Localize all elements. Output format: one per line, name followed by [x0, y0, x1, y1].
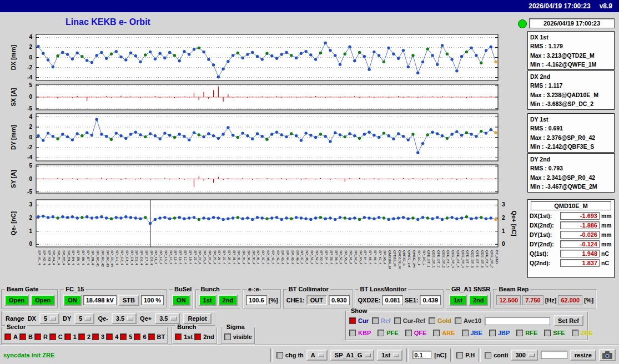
resize-button[interactable]: resize — [570, 350, 596, 361]
frame-label: Sector — [5, 324, 27, 330]
device-select[interactable]: SP_A1_G — [330, 350, 375, 361]
data-point — [144, 216, 147, 219]
checkbox-label: 5 — [129, 333, 132, 340]
sector-checkbox-1[interactable]: 1 — [64, 333, 77, 340]
show-sfe-checkbox[interactable]: SFE — [544, 330, 565, 336]
x-axis-label: SP_37_4 — [261, 250, 265, 265]
set-ref-button[interactable]: Set Ref — [553, 315, 583, 326]
x-axis-label: SP_B6_4 — [82, 250, 85, 265]
x-axis-label: SP_61_4 — [349, 250, 353, 265]
range-qe-minus-select[interactable]: 3.5 — [112, 313, 137, 324]
sector-checkbox-bt[interactable]: BT — [148, 333, 165, 340]
bunch-2nd-button[interactable]: 2nd — [218, 295, 238, 306]
show-cur-ref-checkbox[interactable]: Cur-Ref — [394, 317, 425, 324]
checkbox-label: 4 — [115, 333, 118, 340]
x-axis-label: SP_32_4 — [237, 250, 241, 265]
sector-checkbox-r[interactable]: R — [34, 333, 48, 340]
data-point — [90, 134, 93, 136]
show-rfe-checkbox[interactable]: RFE — [516, 330, 537, 336]
sector-checkbox-a[interactable]: A — [4, 333, 18, 340]
page-title: Linac KEKB e- Orbit — [66, 17, 150, 27]
range-qe-plus-select[interactable]: 3.5 — [155, 313, 180, 324]
data-point — [329, 49, 331, 52]
data-point — [353, 59, 356, 62]
x-axis-label: SP_C6_4 — [140, 250, 144, 265]
conti-checkbox[interactable]: conti — [485, 352, 508, 358]
show-jbe-checkbox[interactable]: JBE — [462, 330, 482, 336]
ref-name-input[interactable] — [485, 317, 550, 325]
show-ref-checkbox[interactable]: Ref — [372, 317, 391, 324]
data-point — [119, 55, 122, 58]
ph-checkbox[interactable]: P.H — [456, 352, 475, 358]
count-select[interactable]: 300 — [511, 350, 537, 361]
range-dx-select[interactable]: 5 — [39, 313, 59, 324]
sector-checkbox-2[interactable]: 2 — [78, 333, 90, 340]
data-point — [207, 58, 210, 60]
frame-label: Bunch — [175, 324, 198, 330]
show-gold-checkbox[interactable]: Gold — [429, 317, 451, 324]
y-tick-label: 3 — [29, 201, 32, 208]
busel-on-button[interactable]: ON — [172, 295, 190, 306]
sector-checkbox-b[interactable]: B — [19, 333, 33, 340]
range-dy-select[interactable]: 5 — [74, 313, 94, 324]
show-are-checkbox[interactable]: ARE — [433, 330, 455, 336]
data-point — [236, 136, 239, 139]
show-jbp-checkbox[interactable]: JBP — [489, 330, 510, 336]
x-axis-label: SP_11_4 — [154, 250, 158, 265]
show-cur-checkbox[interactable]: Cur — [349, 317, 369, 324]
data-point — [246, 53, 249, 55]
sector-checkbox-4[interactable]: 4 — [106, 333, 118, 340]
threshold-input[interactable] — [412, 351, 431, 359]
data-point — [71, 58, 74, 60]
y-axis-label: SY [A] — [10, 170, 17, 188]
gr-2nd-button[interactable]: 2nd — [469, 295, 489, 306]
range-qe-minus-label: Qe- — [98, 315, 108, 322]
beam-gate-open-button-1[interactable]: Open — [4, 295, 29, 306]
show-qfe-checkbox[interactable]: QFE — [405, 330, 427, 336]
sector-checkbox-3[interactable]: 3 — [92, 333, 104, 340]
x-axis-label: SP_23_4 — [203, 250, 207, 265]
data-point — [119, 134, 122, 137]
data-point — [344, 135, 346, 138]
x-axis-label: SP_55_4 — [330, 250, 334, 265]
x-axis-label: SP_27_4 — [223, 250, 227, 265]
bunch-order-select[interactable]: 1st — [377, 350, 402, 361]
separator — [406, 348, 409, 362]
fc15-on-button[interactable]: ON — [63, 295, 82, 306]
beam-gate-open-button-2[interactable]: Open — [31, 295, 55, 306]
data-point — [149, 50, 152, 53]
screenshot-button[interactable] — [599, 349, 616, 361]
replot-button[interactable]: Replot — [183, 313, 211, 324]
chg-th-checkbox[interactable]: chg th — [276, 352, 304, 358]
data-point — [392, 52, 395, 55]
gr-1st-button[interactable]: 1st — [449, 295, 467, 306]
sigma-visible-checkbox[interactable]: visible — [224, 333, 252, 340]
y-tick-label: 0 — [29, 134, 32, 140]
fc15-stb-button[interactable]: STB — [118, 295, 139, 306]
sector-checkbox-6[interactable]: 6 — [134, 333, 146, 340]
bunch-1st-button[interactable]: 1st — [199, 295, 217, 306]
checkbox-indicator — [456, 352, 463, 358]
ee-ratio-value: 100.6 — [246, 295, 267, 305]
dropdown-indicator-icon — [50, 317, 56, 321]
x-axis-label: SP_C2_4 — [120, 250, 124, 265]
sector-checkbox-c[interactable]: C — [49, 333, 63, 340]
show-kbp-checkbox[interactable]: KBP — [349, 330, 371, 336]
data-point — [154, 218, 157, 221]
sector-select[interactable]: A — [306, 350, 328, 361]
data-point — [115, 132, 118, 134]
bunch-2nd-checkbox[interactable]: 2nd — [194, 333, 214, 340]
frame-label: Beam Rep — [497, 286, 530, 292]
checkbox-indicator — [92, 333, 99, 340]
show-ave10-checkbox[interactable]: Ave10 — [455, 317, 481, 324]
sector-checkbox-5[interactable]: 5 — [120, 333, 132, 340]
data-point — [80, 134, 83, 137]
show-pfe-checkbox[interactable]: PFE — [378, 330, 398, 336]
data-point — [163, 132, 166, 134]
x-axis-label: QAD10E_M — [398, 250, 402, 269]
show-zre-checkbox[interactable]: ZRE — [572, 330, 593, 336]
camera-icon — [602, 353, 612, 360]
bunch-1st-checkbox[interactable]: 1st — [175, 333, 193, 340]
count-input[interactable] — [541, 351, 567, 359]
y-tick-label-right: 1 — [502, 228, 505, 234]
